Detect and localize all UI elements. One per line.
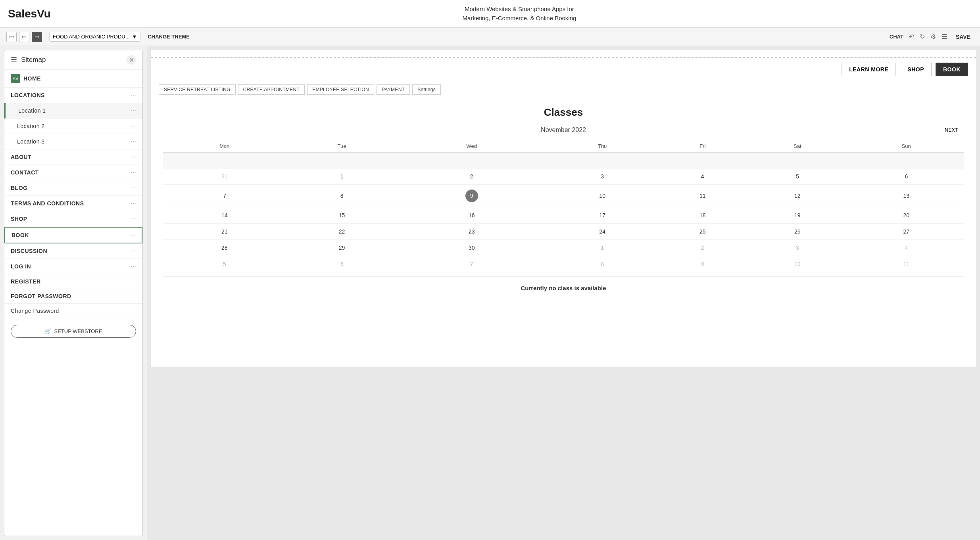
- calendar-cell-2-0[interactable]: 14: [163, 207, 286, 224]
- chat-button[interactable]: CHAT: [890, 34, 903, 40]
- sidebar-item-register-label: REGISTER: [11, 278, 136, 285]
- calendar-cell-0-5[interactable]: 5: [746, 169, 848, 185]
- webstore-bag-icon: 🛒: [45, 328, 51, 334]
- calendar-empty-row: [163, 153, 964, 169]
- calendar-cell-2-3[interactable]: 17: [546, 207, 659, 224]
- calendar-cell-2-1[interactable]: 15: [286, 207, 398, 224]
- sidebar-item-location1[interactable]: Location 1 ···: [4, 103, 142, 119]
- col-tue: Tue: [286, 140, 398, 153]
- calendar-cell-5-0[interactable]: 5: [163, 256, 286, 272]
- calendar-cell-4-1[interactable]: 29: [286, 240, 398, 256]
- book-nav-button[interactable]: BOOK: [936, 63, 968, 76]
- tablet-icon[interactable]: ▭: [19, 32, 29, 42]
- calendar-cell-4-3[interactable]: 1: [546, 240, 659, 256]
- sidebar-item-about[interactable]: ABOUT ···: [4, 149, 142, 165]
- refresh-icon[interactable]: ↻: [920, 33, 925, 40]
- calendar-cell-4-2[interactable]: 30: [398, 240, 546, 256]
- calendar-cell-0-0[interactable]: 31: [163, 169, 286, 185]
- content-area: LEARN MORE SHOP BOOK SERVICE RETREAT LIS…: [147, 46, 980, 540]
- sidebar-item-locations-label: LOCATIONS: [11, 92, 131, 98]
- settings-gear-icon[interactable]: ⚙: [930, 33, 936, 40]
- calendar-cell-0-3[interactable]: 3: [546, 169, 659, 185]
- calendar-cell-4-0[interactable]: 28: [163, 240, 286, 256]
- calendar-days-row: Mon Tue Wed Thu Fri Sat Sun: [163, 140, 964, 153]
- learn-more-button[interactable]: LEARN MORE: [842, 63, 896, 76]
- calendar-cell-0-2[interactable]: 2: [398, 169, 546, 185]
- save-button[interactable]: SAVE: [953, 32, 974, 42]
- calendar-section: Classes November 2022 NEXT Mon Tue Wed T…: [151, 98, 976, 307]
- employee-selection-button[interactable]: EMPLOYEE SELECTION: [307, 84, 374, 95]
- sitemap-close-icon[interactable]: ✕: [127, 55, 136, 65]
- sidebar-item-change-password[interactable]: Change Password: [4, 304, 142, 318]
- sidebar-item-contact[interactable]: CONTACT ···: [4, 165, 142, 180]
- calendar-cell-1-4[interactable]: 11: [659, 185, 746, 207]
- sidebar-item-book[interactable]: BOOK ···: [4, 227, 142, 243]
- calendar-cell-0-1[interactable]: 1: [286, 169, 398, 185]
- service-retreat-button[interactable]: SERVICE RETREAT LISTING: [159, 84, 236, 95]
- shop-nav-button[interactable]: SHOP: [900, 63, 932, 76]
- sitemap-hamburger-icon[interactable]: ☰: [11, 56, 17, 64]
- sidebar-item-discussion[interactable]: DISCUSSION ···: [4, 243, 142, 259]
- calendar-grid: Mon Tue Wed Thu Fri Sat Sun 31: [163, 140, 964, 272]
- sidebar-item-locations[interactable]: LOCATIONS ···: [4, 88, 142, 103]
- calendar-cell-0-6[interactable]: 6: [849, 169, 964, 185]
- col-sat: Sat: [746, 140, 848, 153]
- calendar-cell-3-3[interactable]: 24: [546, 224, 659, 240]
- calendar-cell-2-6[interactable]: 20: [849, 207, 964, 224]
- calendar-cell-3-2[interactable]: 23: [398, 224, 546, 240]
- sidebar-item-register[interactable]: REGISTER: [4, 274, 142, 289]
- settings-button[interactable]: Settings: [412, 84, 441, 95]
- calendar-cell-1-2[interactable]: 9: [398, 185, 546, 207]
- calendar-cell-5-4[interactable]: 9: [659, 256, 746, 272]
- calendar-cell-3-5[interactable]: 26: [746, 224, 848, 240]
- calendar-cell-2-2[interactable]: 16: [398, 207, 546, 224]
- sidebar-item-location3[interactable]: Location 3 ···: [4, 134, 142, 149]
- col-thu: Thu: [546, 140, 659, 153]
- calendar-cell-3-4[interactable]: 25: [659, 224, 746, 240]
- calendar-cell-5-3[interactable]: 8: [546, 256, 659, 272]
- calendar-cell-0-4[interactable]: 4: [659, 169, 746, 185]
- sidebar-item-login-label: LOG IN: [11, 263, 131, 270]
- calendar-cell-2-4[interactable]: 18: [659, 207, 746, 224]
- sidebar-item-login[interactable]: LOG IN ···: [4, 259, 142, 274]
- sidebar-item-forgot-password-label: FORGOT PASSWORD: [11, 293, 136, 299]
- sidebar-item-location1-label: Location 1: [18, 107, 131, 114]
- locations-dots-icon: ···: [131, 92, 136, 99]
- calendar-cell-5-6[interactable]: 11: [849, 256, 964, 272]
- calendar-cell-2-5[interactable]: 19: [746, 207, 848, 224]
- sidebar-item-forgot-password[interactable]: FORGOT PASSWORD: [4, 289, 142, 304]
- calendar-cell-1-3[interactable]: 10: [546, 185, 659, 207]
- sidebar-item-blog[interactable]: BLOG ···: [4, 180, 142, 196]
- payment-button[interactable]: PAYMENT: [377, 84, 410, 95]
- mobile-icon[interactable]: ▭: [6, 32, 17, 42]
- sidebar-item-shop[interactable]: SHOP ···: [4, 211, 142, 227]
- website-preview: LEARN MORE SHOP BOOK SERVICE RETREAT LIS…: [151, 50, 976, 367]
- calendar-cell-5-2[interactable]: 7: [398, 256, 546, 272]
- sidebar-item-location2[interactable]: Location 2 ···: [4, 119, 142, 134]
- calendar-cell-5-5[interactable]: 10: [746, 256, 848, 272]
- undo-icon[interactable]: ↶: [909, 33, 914, 40]
- desktop-icon[interactable]: ▭: [32, 32, 42, 42]
- calendar-cell-4-4[interactable]: 2: [659, 240, 746, 256]
- calendar-cell-3-1[interactable]: 22: [286, 224, 398, 240]
- setup-webstore-button[interactable]: 🛒 SETUP WEBSTORE: [11, 325, 136, 338]
- calendar-cell-4-6[interactable]: 4: [849, 240, 964, 256]
- calendar-cell-3-0[interactable]: 21: [163, 224, 286, 240]
- calendar-cell-1-5[interactable]: 12: [746, 185, 848, 207]
- col-wed: Wed: [398, 140, 546, 153]
- change-theme-button[interactable]: CHANGE THEME: [144, 32, 192, 41]
- calendar-cell-5-1[interactable]: 6: [286, 256, 398, 272]
- calendar-cell-1-1[interactable]: 8: [286, 185, 398, 207]
- store-selector[interactable]: FOOD AND ORGANIC PRODU... ▼: [49, 32, 140, 42]
- calendar-cell-1-6[interactable]: 13: [849, 185, 964, 207]
- next-button[interactable]: NEXT: [939, 125, 964, 135]
- calendar-cell-4-5[interactable]: 3: [746, 240, 848, 256]
- create-appointment-button[interactable]: CREATE APPOINTMENT: [238, 84, 305, 95]
- menu-icon[interactable]: ☰: [942, 33, 947, 40]
- calendar-cell-3-6[interactable]: 27: [849, 224, 964, 240]
- main-layout: ☰ Sitemap ✕ SV HOME LOCATIONS ··· Locati…: [0, 46, 980, 540]
- calendar-week-1: 78910111213: [163, 185, 964, 207]
- calendar-cell-1-0[interactable]: 7: [163, 185, 286, 207]
- sidebar-item-home[interactable]: SV HOME: [4, 70, 142, 88]
- sidebar-item-terms[interactable]: TERMS AND CONDITIONS ···: [4, 196, 142, 211]
